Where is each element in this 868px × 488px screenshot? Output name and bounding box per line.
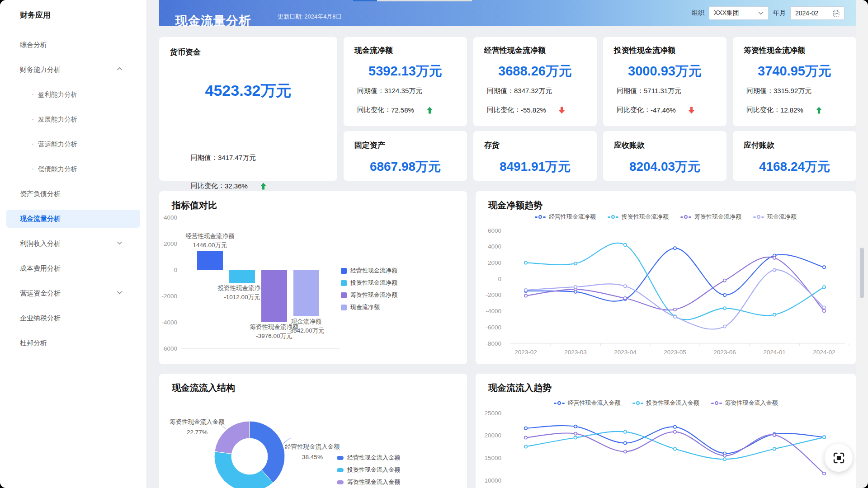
sidebar-item-7[interactable]: 企业纳税分析 bbox=[6, 309, 140, 327]
update-date: 更新日期: 2024年4月8日 bbox=[278, 13, 342, 21]
inflow_trend-legend: 经营性现金流入金额投资性现金流入金额筹资性现金流入金额 bbox=[476, 399, 856, 407]
legend-line-marker-icon bbox=[680, 215, 691, 219]
kpi-title: 存货 bbox=[484, 140, 500, 150]
kpi-prev-label: 同期值： bbox=[746, 87, 774, 95]
svg-text:经营性现金流净额: 经营性现金流净额 bbox=[186, 233, 235, 239]
kpi-prev: 同期值：3124.35万元 bbox=[357, 87, 422, 95]
kpi-title: 应付账款 bbox=[744, 140, 774, 150]
legend-label: 经营性现金流入金额 bbox=[347, 454, 400, 462]
sidebar-subitem-1-1[interactable]: ·发展能力分析 bbox=[6, 110, 140, 128]
sidebar-item-8[interactable]: 杜邦分析 bbox=[6, 334, 140, 352]
svg-text:投资性现金流净额: 投资性现金流净额 bbox=[218, 285, 267, 291]
legend-item-1[interactable]: 投资性现金流净额 bbox=[608, 213, 669, 221]
svg-text:2000: 2000 bbox=[164, 240, 177, 247]
kpi-value: 3688.26万元 bbox=[473, 62, 597, 80]
legend-item-0[interactable]: 经营性现金流入金额 bbox=[337, 454, 400, 462]
kpi-yoy-label: 同比变化： bbox=[746, 106, 780, 114]
inflow-trend-chart-card: 现金流流入趋势 25000200001500010000经营性现金流入金额投资性… bbox=[476, 374, 856, 488]
capture-icon bbox=[833, 452, 845, 464]
legend-item-1[interactable]: 投资性现金流净额 bbox=[341, 279, 397, 287]
sidebar-item-2[interactable]: 资产负债分析 bbox=[6, 185, 140, 203]
svg-text:2023-06: 2023-06 bbox=[713, 349, 736, 356]
kpi-card-flow-2: 投资性现金流净额3000.93万元同期值：5711.31万元同比变化：-47.4… bbox=[603, 37, 726, 126]
sidebar-item-6[interactable]: 营运资金分析 bbox=[6, 284, 140, 302]
legend-line-marker-icon bbox=[711, 401, 722, 405]
kpi-card-flow-0: 现金流净额5392.13万元同期值：3124.35万元同比变化：72.58% bbox=[344, 37, 467, 126]
capture-fab-button[interactable] bbox=[825, 444, 853, 472]
svg-text:-4000: -4000 bbox=[161, 319, 177, 326]
bullet-dot-icon: · bbox=[32, 160, 34, 178]
scrollbar-thumb[interactable] bbox=[860, 248, 864, 298]
inflow-structure-chart-card: 现金流流入结构 经营性现金流入金额38.45%筹资性现金流入金额22.77%经营… bbox=[159, 374, 467, 488]
inflow_structure-legend: 经营性现金流入金额投资性现金流入金额筹资性现金流入金额 bbox=[337, 454, 400, 486]
legend-item-1[interactable]: 投资性现金流入金额 bbox=[632, 399, 699, 407]
kpi-title: 应收账款 bbox=[614, 140, 645, 150]
svg-text:38.45%: 38.45% bbox=[302, 454, 323, 460]
org-select[interactable]: XXX集团 bbox=[709, 6, 769, 20]
sidebar-item-label: 利润收入分析 bbox=[20, 239, 61, 247]
kpi-card-balance-2: 应收账款8204.03万元 bbox=[603, 131, 726, 181]
kpi-yoy-value: 12.82% bbox=[780, 106, 803, 114]
svg-text:-6000: -6000 bbox=[486, 324, 501, 331]
legend-item-2[interactable]: 筹资性现金流入金额 bbox=[711, 399, 778, 407]
sidebar-item-label: 营运资金分析 bbox=[20, 289, 61, 297]
kpi-value: 6867.98万元 bbox=[344, 158, 467, 175]
sidebar-item-label: 财务能力分析 bbox=[20, 66, 61, 73]
legend-line-marker-icon bbox=[608, 215, 618, 219]
legend-item-2[interactable]: 筹资性现金流净额 bbox=[341, 291, 397, 299]
arrow-up-icon bbox=[260, 183, 266, 190]
svg-text:10000: 10000 bbox=[484, 477, 501, 484]
legend-label: 现金流净额 bbox=[767, 213, 797, 221]
chevron-down-icon bbox=[117, 291, 123, 295]
legend-item-0[interactable]: 经营性现金流净额 bbox=[535, 213, 596, 221]
kpi-yoy: 同比变化：32.36% bbox=[191, 182, 266, 190]
sidebar-subitem-1-0[interactable]: ·盈利能力分析 bbox=[6, 85, 140, 103]
page-banner: 现金流量分析 更新日期: 2024年4月8日 组织 XXX集团 年月 2024-… bbox=[159, 0, 856, 26]
kpi-card-primary: 货币资金4523.32万元同期值：3417.47万元同比变化：32.36% bbox=[159, 37, 337, 181]
legend-item-2[interactable]: 筹资性现金流净额 bbox=[680, 213, 741, 221]
chevron-down-icon bbox=[117, 241, 123, 245]
sidebar-item-5[interactable]: 成本费用分析 bbox=[6, 259, 140, 277]
arrow-down-icon bbox=[559, 107, 565, 114]
org-label: 组织 bbox=[692, 9, 704, 17]
sidebar-subitem-1-3[interactable]: ·偿债能力分析 bbox=[6, 160, 140, 178]
legend-label: 筹资性现金流入金额 bbox=[725, 399, 778, 407]
svg-text:2023-05: 2023-05 bbox=[664, 349, 686, 356]
legend-item-1[interactable]: 投资性现金流入金额 bbox=[337, 466, 400, 474]
legend-item-3[interactable]: 现金流净额 bbox=[341, 303, 397, 311]
sidebar-subitem-1-2[interactable]: ·营运能力分析 bbox=[6, 135, 140, 153]
kpi-value: 3000.93万元 bbox=[603, 62, 726, 80]
sidebar-item-4[interactable]: 利润收入分析 bbox=[6, 235, 140, 253]
svg-text:25000: 25000 bbox=[484, 410, 501, 417]
calendar-icon bbox=[833, 10, 840, 17]
svg-text:-3542.00万元: -3542.00万元 bbox=[288, 327, 324, 334]
inflow_structure-plot: 经营性现金流入金额38.45%筹资性现金流入金额22.77% bbox=[159, 374, 467, 488]
svg-text:-3976.00万元: -3976.00万元 bbox=[256, 333, 292, 339]
legend-pill-marker-icon bbox=[337, 480, 344, 484]
kpi-card-flow-3: 筹资性现金流净额3740.95万元同期值：3315.92万元同比变化：12.82… bbox=[733, 37, 856, 126]
kpi-prev-label: 同期值： bbox=[487, 87, 514, 95]
legend-label: 投资性现金流入金额 bbox=[646, 399, 699, 407]
legend-item-0[interactable]: 经营性现金流入金额 bbox=[554, 399, 621, 407]
sidebar-item-0[interactable]: 综合分析 bbox=[6, 36, 140, 54]
kpi-prev: 同期值：3315.92万元 bbox=[746, 87, 811, 95]
svg-text:2023-03: 2023-03 bbox=[564, 349, 587, 356]
sidebar-item-1[interactable]: 财务能力分析 bbox=[6, 61, 140, 79]
svg-text:-4000: -4000 bbox=[486, 308, 501, 314]
kpi-value: 8491.91万元 bbox=[473, 158, 597, 175]
arrow-up-icon bbox=[427, 107, 433, 114]
legend-item-3[interactable]: 现金流净额 bbox=[753, 213, 797, 221]
kpi-title: 经营性现金流净额 bbox=[484, 45, 546, 56]
kpi-prev: 同期值：3417.47万元 bbox=[191, 154, 256, 162]
legend-pill-marker-icon bbox=[337, 468, 344, 472]
legend-item-0[interactable]: 经营性现金流净额 bbox=[341, 267, 397, 275]
svg-text:筹资性现金流入金额: 筹资性现金流入金额 bbox=[170, 418, 225, 425]
sidebar-item-label: 成本费用分析 bbox=[20, 264, 61, 272]
scrollbar-track[interactable] bbox=[856, 0, 868, 488]
sidebar-subitem-label: 偿债能力分析 bbox=[38, 165, 77, 173]
kpi-yoy-value: -47.46% bbox=[651, 106, 676, 114]
legend-item-2[interactable]: 筹资性现金流入金额 bbox=[337, 478, 400, 486]
sidebar-item-3[interactable]: 现金流量分析 bbox=[6, 210, 140, 228]
period-input[interactable]: 2024-02 bbox=[790, 6, 844, 20]
legend-label: 经营性现金流净额 bbox=[350, 267, 397, 275]
